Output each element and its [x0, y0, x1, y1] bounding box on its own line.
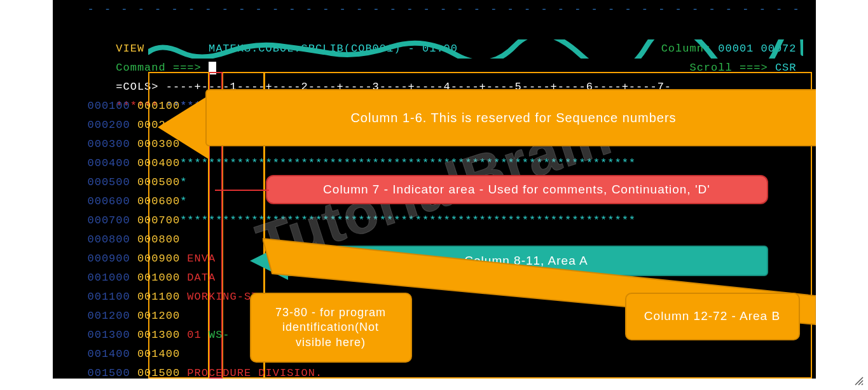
source-line: 001200 001200: [88, 307, 188, 326]
annotation-indicator: Column 7 - Indicator area - Used for com…: [266, 175, 768, 204]
source-line: 001500 001500 PROCEDURE DIVISION.: [88, 364, 323, 379]
source-line: 001400 001400: [88, 345, 188, 364]
annotation-area-b: Column 12-72 - Area B: [625, 293, 800, 340]
source-line: 000900 000900 ENVA: [88, 249, 216, 268]
resize-handle-icon[interactable]: [854, 376, 864, 386]
source-line: 000800 000800: [88, 230, 188, 249]
source-line: 000600 000600*: [88, 192, 188, 211]
annotation-area-a-text: Column 8-11, Area A: [464, 253, 588, 269]
annotation-indicator-text: Column 7 - Indicator area - Used for com…: [323, 182, 710, 198]
annotation-ident: 73-80 - for program identification(Not v…: [250, 293, 412, 363]
source-line: 000500 000500*: [88, 173, 188, 192]
source-line: 001000 001000 DATA: [88, 268, 216, 288]
indicator-connector: [215, 188, 269, 192]
command-underline: [148, 39, 803, 59]
annotation-sequence-text: Column 1-6. This is reserved for Sequenc…: [350, 109, 676, 126]
page-frame: - - - - - - - - - - - - - - - - - - - - …: [0, 0, 868, 390]
annotation-ident-text: 73-80 - for program identification(Not v…: [264, 305, 398, 350]
annotation-area-b-text: Column 12-72 - Area B: [644, 309, 780, 324]
source-line: 000700 000700***************************…: [88, 211, 637, 230]
terminal-screen: - - - - - - - - - - - - - - - - - - - - …: [53, 0, 816, 379]
top-border: - - - - - - - - - - - - - - - - - - - - …: [88, 3, 809, 16]
